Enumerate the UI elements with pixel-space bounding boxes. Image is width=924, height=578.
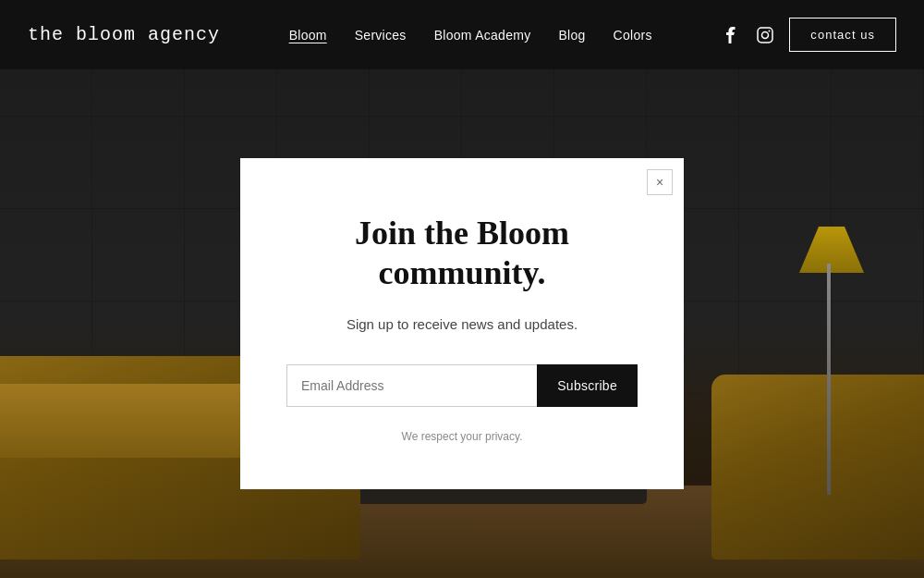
nav-services[interactable]: Services: [355, 28, 407, 43]
svg-rect-0: [758, 28, 772, 43]
site-logo: the bloom agency: [28, 24, 220, 45]
privacy-text: We respect your privacy.: [286, 430, 638, 443]
main-nav: Bloom Services Bloom Academy Blog Colors: [289, 28, 652, 43]
modal-close-button[interactable]: ×: [647, 169, 673, 195]
contact-button[interactable]: contact us: [789, 18, 896, 52]
nav-bloom-academy[interactable]: Bloom Academy: [434, 28, 531, 43]
instagram-icon[interactable]: [755, 25, 775, 45]
signup-modal: × Join the Bloom community. Sign up to r…: [240, 158, 684, 489]
modal-overlay: × Join the Bloom community. Sign up to r…: [0, 69, 924, 578]
header: the bloom agency Bloom Services Bloom Ac…: [0, 0, 924, 69]
nav-blog[interactable]: Blog: [558, 28, 585, 43]
modal-title: Join the Bloom community.: [286, 214, 638, 293]
email-form-row: Subscribe: [286, 364, 638, 407]
nav-colors[interactable]: Colors: [614, 28, 652, 43]
subscribe-button[interactable]: Subscribe: [537, 364, 638, 407]
social-icons: contact us: [721, 18, 896, 52]
facebook-icon[interactable]: [721, 25, 741, 45]
svg-point-1: [762, 31, 769, 38]
modal-subtitle: Sign up to receive news and updates.: [286, 316, 638, 332]
nav-bloom[interactable]: Bloom: [289, 28, 327, 43]
email-input[interactable]: [286, 364, 537, 407]
svg-point-2: [769, 30, 771, 31]
